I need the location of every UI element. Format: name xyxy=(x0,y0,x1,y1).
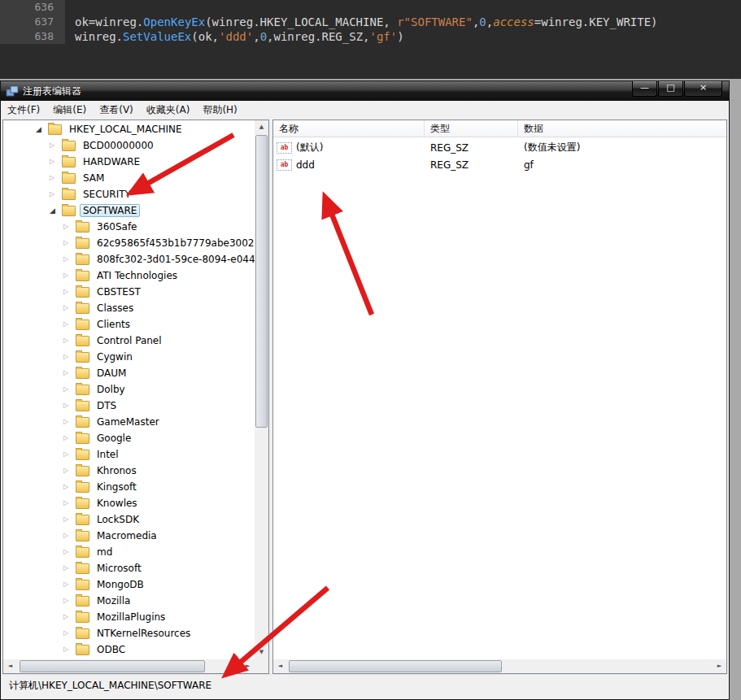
expand-icon[interactable]: ▷ xyxy=(50,137,61,154)
scroll-left-icon[interactable]: ◄ xyxy=(273,659,287,673)
minimize-button[interactable]: — xyxy=(632,81,657,97)
scroll-right-icon[interactable]: ► xyxy=(241,659,255,673)
expand-icon[interactable]: ▷ xyxy=(63,333,75,349)
tree-item[interactable]: ▷HARDWARE xyxy=(3,154,255,170)
expand-icon[interactable]: ▷ xyxy=(63,219,75,235)
column-header[interactable]: 名称 xyxy=(273,120,425,137)
tree-item[interactable]: ◢HKEY_LOCAL_MACHINE xyxy=(3,121,255,137)
tree-item-label: DTS xyxy=(94,399,120,412)
tree-item[interactable]: ▷Cygwin xyxy=(3,349,255,365)
expand-icon[interactable]: ▷ xyxy=(63,641,75,658)
expand-icon[interactable]: ▷ xyxy=(63,625,75,641)
tree-item[interactable]: ▷808fc302-3d01-59ce-8094-e0443a xyxy=(3,251,255,267)
tree-item[interactable]: ▷NTKernelResources xyxy=(3,625,255,641)
tree-item[interactable]: ▷BCD00000000 xyxy=(3,137,255,154)
tree-item[interactable]: ▷360Safe xyxy=(3,219,255,235)
close-button[interactable]: × xyxy=(684,81,722,97)
tree-item[interactable]: ▷Dolby xyxy=(3,381,255,398)
tree-horizontal-scrollbar[interactable]: ◄ ► xyxy=(3,659,255,673)
collapse-icon[interactable]: ◢ xyxy=(50,202,61,219)
tree-item[interactable]: ▷SAM xyxy=(3,170,255,186)
tree-item[interactable]: ▷Khronos xyxy=(3,463,255,479)
scroll-up-icon[interactable]: ▲ xyxy=(255,120,268,134)
expand-icon[interactable]: ▷ xyxy=(50,186,61,202)
expand-icon[interactable]: ▷ xyxy=(63,251,75,267)
expand-icon[interactable]: ▷ xyxy=(63,560,75,576)
menu-item[interactable]: 文件(F) xyxy=(1,102,46,119)
tree-item[interactable]: ▷Control Panel xyxy=(3,333,255,349)
tree-item[interactable]: ▷GameMaster xyxy=(3,414,255,430)
column-header[interactable]: 数据 xyxy=(518,120,726,137)
tree-item[interactable]: ▷Classes xyxy=(3,300,255,316)
expand-icon[interactable]: ▷ xyxy=(50,154,61,170)
tree-item[interactable]: ▷DAUM xyxy=(3,365,255,381)
expand-icon[interactable]: ▷ xyxy=(63,235,75,251)
expand-icon[interactable]: ▷ xyxy=(63,316,75,333)
expand-icon[interactable]: ▷ xyxy=(63,284,75,300)
tree-item[interactable]: ▷MongoDB xyxy=(3,576,255,593)
tree-item[interactable]: ▷Knowles xyxy=(3,495,255,511)
tree-item[interactable]: ▷ODBC xyxy=(3,641,255,658)
expand-icon[interactable]: ▷ xyxy=(63,349,75,365)
tree-item[interactable]: ▷Google xyxy=(3,430,255,446)
collapse-icon[interactable]: ◢ xyxy=(36,121,47,137)
code-editor[interactable]: 636637ok=winreg.OpenKeyEx(winreg.HKEY_LO… xyxy=(0,0,741,79)
expand-icon[interactable]: ▷ xyxy=(63,576,75,593)
scroll-right-icon[interactable]: ► xyxy=(713,659,726,673)
expand-icon[interactable]: ▷ xyxy=(63,398,75,414)
list-horizontal-scrollbar[interactable]: ◄ ► xyxy=(273,659,726,673)
expand-icon[interactable]: ▷ xyxy=(63,593,75,609)
menu-item[interactable]: 帮助(H) xyxy=(196,102,243,119)
expand-icon[interactable]: ▷ xyxy=(63,463,75,479)
expand-icon[interactable]: ▷ xyxy=(63,511,75,528)
expand-icon[interactable]: ▷ xyxy=(63,430,75,446)
code-line[interactable]: 636 xyxy=(0,0,741,15)
tree-pane[interactable]: ◢HKEY_LOCAL_MACHINE▷BCD00000000▷HARDWARE… xyxy=(2,120,269,674)
expand-icon[interactable]: ▷ xyxy=(63,495,75,511)
scroll-thumb[interactable] xyxy=(289,660,502,672)
tree-item[interactable]: ▷SECURITY xyxy=(3,186,255,202)
tree-item[interactable]: ▷ATI Technologies xyxy=(3,267,255,284)
expand-icon[interactable]: ▷ xyxy=(63,267,75,284)
menu-item[interactable]: 编辑(E) xyxy=(46,102,93,119)
tree-item[interactable]: ▷LockSDK xyxy=(3,511,255,528)
scroll-thumb[interactable] xyxy=(255,135,268,428)
expand-icon[interactable]: ▷ xyxy=(63,609,75,625)
scroll-thumb[interactable] xyxy=(20,660,205,672)
menu-item[interactable]: 收藏夹(A) xyxy=(140,102,197,119)
tree-item[interactable]: ▷Kingsoft xyxy=(3,479,255,495)
tree-item[interactable]: ▷Clients xyxy=(3,316,255,333)
value-row[interactable]: ab(默认)REG_SZ(数值未设置) xyxy=(273,139,726,156)
expand-icon[interactable]: ▷ xyxy=(63,365,75,381)
tree-item[interactable]: ▷md xyxy=(3,544,255,560)
expand-icon[interactable]: ▷ xyxy=(63,414,75,430)
folder-icon xyxy=(62,157,76,167)
tree-item[interactable]: ▷DTS xyxy=(3,398,255,414)
tree-item[interactable]: ▷CBSTEST xyxy=(3,284,255,300)
value-list-pane[interactable]: 名称类型数据 ab(默认)REG_SZ(数值未设置)abdddREG_SZgf … xyxy=(272,120,727,674)
column-header[interactable]: 类型 xyxy=(425,120,518,137)
code-line[interactable]: 637ok=winreg.OpenKeyEx(winreg.HKEY_LOCAL… xyxy=(0,15,741,29)
tree-item[interactable]: ▷Microsoft xyxy=(3,560,255,576)
expand-icon[interactable]: ▷ xyxy=(63,446,75,463)
tree-vertical-scrollbar[interactable]: ▲ ▼ xyxy=(255,120,268,659)
scroll-left-icon[interactable]: ◄ xyxy=(3,659,17,673)
menu-item[interactable]: 查看(V) xyxy=(93,102,140,119)
expand-icon[interactable]: ▷ xyxy=(63,381,75,398)
tree-item[interactable]: ▷Macromedia xyxy=(3,528,255,544)
maximize-button[interactable]: □ xyxy=(658,81,683,97)
expand-icon[interactable]: ▷ xyxy=(63,300,75,316)
titlebar[interactable]: 注册表编辑器 —□× xyxy=(1,81,729,101)
value-row[interactable]: abdddREG_SZgf xyxy=(273,156,726,173)
expand-icon[interactable]: ▷ xyxy=(63,479,75,495)
tree-item[interactable]: ◢SOFTWARE xyxy=(3,202,255,219)
scroll-down-icon[interactable]: ▼ xyxy=(255,646,268,659)
code-line[interactable]: 638winreg.SetValueEx(ok,'ddd',0,winreg.R… xyxy=(0,29,741,44)
tree-item[interactable]: ▷Intel xyxy=(3,446,255,463)
tree-item[interactable]: ▷MozillaPlugins xyxy=(3,609,255,625)
expand-icon[interactable]: ▷ xyxy=(63,528,75,544)
tree-item[interactable]: ▷62c95865f453b1b7779abe3002e25 xyxy=(3,235,255,251)
expand-icon[interactable]: ▷ xyxy=(63,544,75,560)
tree-item[interactable]: ▷Mozilla xyxy=(3,593,255,609)
expand-icon[interactable]: ▷ xyxy=(50,170,61,186)
